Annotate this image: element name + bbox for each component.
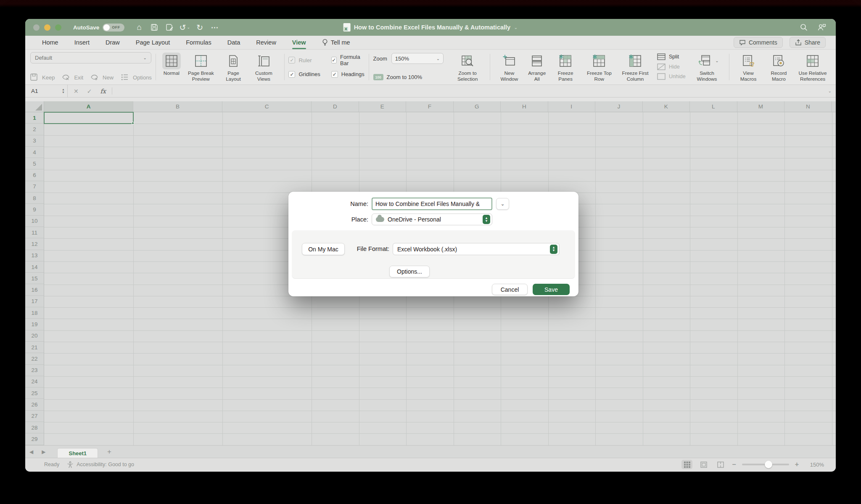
row-header-5[interactable]: 5 bbox=[25, 158, 44, 169]
column-header-m[interactable]: M bbox=[737, 101, 785, 112]
ribbon-button-record-macro[interactable]: Record Macro bbox=[763, 52, 795, 84]
row-header-24[interactable]: 24 bbox=[25, 376, 44, 388]
row-header-10[interactable]: 10 bbox=[25, 216, 44, 227]
zoom-level-select[interactable]: 150%⌄ bbox=[391, 53, 444, 64]
ribbon-button-use-relative-references[interactable]: Use Relative References bbox=[795, 52, 831, 84]
status-zoom-level[interactable]: 150% bbox=[805, 462, 824, 468]
column-headers[interactable]: ABCDEFGHIJKLMN bbox=[25, 101, 836, 112]
expand-formula-bar-icon[interactable]: ⌄ bbox=[828, 89, 836, 93]
row-header-12[interactable]: 12 bbox=[25, 238, 44, 250]
add-sheet-icon[interactable]: + bbox=[107, 448, 111, 456]
checkbox-headings[interactable]: ✓Headings bbox=[331, 68, 364, 80]
expand-save-dialog-button[interactable]: ⌄ bbox=[496, 198, 509, 210]
close-button[interactable] bbox=[33, 24, 40, 31]
zoom-slider-knob[interactable] bbox=[765, 461, 772, 468]
column-header-j[interactable]: J bbox=[595, 101, 643, 112]
insert-function-icon[interactable]: fx bbox=[100, 88, 106, 95]
row-header-29[interactable]: 29 bbox=[25, 433, 44, 445]
column-header-g[interactable]: G bbox=[454, 101, 501, 112]
ribbon-button-unhide[interactable]: Unhide bbox=[657, 73, 686, 80]
row-header-11[interactable]: 11 bbox=[25, 227, 44, 238]
row-header-26[interactable]: 26 bbox=[25, 399, 44, 410]
zoom-button[interactable] bbox=[55, 24, 61, 31]
people-feedback-icon[interactable] bbox=[817, 23, 827, 32]
sheet-tab-sheet1[interactable]: Sheet1 bbox=[57, 448, 98, 458]
save-as-icon[interactable] bbox=[165, 23, 174, 32]
ribbon-button-new-window[interactable]: New Window bbox=[494, 52, 524, 84]
sheet-view-select[interactable]: Default⌄ bbox=[30, 52, 151, 63]
file-format-dropdown[interactable]: Excel Workbook (.xlsx) ▲▼ bbox=[393, 243, 560, 255]
zoom-to-100-button[interactable]: 100Zoom to 100% bbox=[373, 74, 444, 80]
column-header-k[interactable]: K bbox=[643, 101, 690, 112]
row-header-15[interactable]: 15 bbox=[25, 273, 44, 284]
column-header-h[interactable]: H bbox=[501, 101, 548, 112]
row-header-19[interactable]: 19 bbox=[25, 319, 44, 330]
row-header-6[interactable]: 6 bbox=[25, 169, 44, 181]
ribbon-button-switch-windows[interactable]: ⌄Switch Windows bbox=[689, 52, 725, 84]
confirm-entry-icon[interactable]: ✓ bbox=[87, 88, 92, 95]
row-header-1[interactable]: 1 bbox=[25, 112, 44, 124]
row-header-27[interactable]: 27 bbox=[25, 411, 44, 422]
new-button[interactable]: New bbox=[91, 74, 114, 81]
next-sheet-icon[interactable]: ▶ bbox=[37, 449, 50, 455]
row-header-22[interactable]: 22 bbox=[25, 353, 44, 364]
row-header-3[interactable]: 3 bbox=[25, 135, 44, 147]
row-headers[interactable]: 1234567891011121314151617181920212223242… bbox=[25, 112, 44, 445]
ribbon-button-page-break-preview[interactable]: Page Break Preview bbox=[183, 52, 219, 84]
cancel-button[interactable]: Cancel bbox=[492, 284, 528, 295]
exit-button[interactable]: Exit bbox=[62, 74, 83, 81]
minimize-button[interactable] bbox=[44, 24, 50, 31]
page-break-view-icon[interactable] bbox=[715, 460, 726, 469]
redo-icon[interactable]: ↻ bbox=[195, 23, 204, 32]
ribbon-button-normal[interactable]: Normal bbox=[160, 52, 183, 84]
row-header-20[interactable]: 20 bbox=[25, 330, 44, 342]
tab-home[interactable]: Home bbox=[42, 39, 58, 46]
selected-cell-a1[interactable] bbox=[44, 112, 134, 124]
comments-button[interactable]: Comments bbox=[734, 37, 783, 48]
ribbon-button-arrange-all[interactable]: Arrange All bbox=[524, 52, 550, 84]
name-box[interactable]: A1 ▲▼ bbox=[25, 85, 67, 97]
zoom-out-icon[interactable]: − bbox=[732, 461, 736, 468]
home-icon[interactable]: ⌂ bbox=[135, 23, 144, 32]
row-header-4[interactable]: 4 bbox=[25, 147, 44, 158]
filename-input[interactable] bbox=[372, 198, 492, 210]
row-header-23[interactable]: 23 bbox=[25, 365, 44, 376]
more-commands-icon[interactable]: ⋯ bbox=[210, 23, 219, 32]
column-header-b[interactable]: B bbox=[133, 101, 222, 112]
row-header-25[interactable]: 25 bbox=[25, 388, 44, 399]
column-header-a[interactable]: A bbox=[44, 101, 133, 112]
ribbon-button-freeze-top-row[interactable]: Freeze Top Row bbox=[581, 52, 618, 84]
ribbon-button-view-macros[interactable]: View Macros bbox=[734, 52, 763, 84]
undo-icon[interactable]: ↺⌄ bbox=[180, 23, 189, 32]
zoom-in-icon[interactable]: + bbox=[795, 461, 799, 468]
options-button[interactable]: Options bbox=[121, 74, 152, 81]
options-button[interactable]: Options... bbox=[389, 266, 430, 277]
row-header-14[interactable]: 14 bbox=[25, 261, 44, 273]
row-header-7[interactable]: 7 bbox=[25, 181, 44, 193]
column-header-n[interactable]: N bbox=[784, 101, 832, 112]
search-icon[interactable] bbox=[800, 23, 808, 32]
window-title[interactable]: How to Combine Excel Files Manually & Au… bbox=[343, 23, 518, 32]
page-layout-view-icon[interactable] bbox=[698, 460, 709, 469]
ribbon-button-hide[interactable]: Hide bbox=[657, 63, 686, 71]
row-header-9[interactable]: 9 bbox=[25, 204, 44, 215]
ribbon-button-split[interactable]: Split bbox=[657, 53, 686, 61]
row-header-21[interactable]: 21 bbox=[25, 342, 44, 353]
row-header-8[interactable]: 8 bbox=[25, 193, 44, 204]
tab-page-layout[interactable]: Page Layout bbox=[136, 39, 170, 46]
tab-insert[interactable]: Insert bbox=[74, 39, 90, 46]
tab-formulas[interactable]: Formulas bbox=[186, 39, 211, 46]
on-my-mac-button[interactable]: On My Mac bbox=[302, 243, 345, 255]
cancel-entry-icon[interactable]: ✕ bbox=[74, 88, 79, 95]
place-dropdown[interactable]: OneDrive - Personal ▲▼ bbox=[372, 214, 492, 225]
row-header-28[interactable]: 28 bbox=[25, 422, 44, 433]
checkbox-ruler[interactable]: ✓Ruler bbox=[288, 54, 320, 66]
column-header-e[interactable]: E bbox=[359, 101, 407, 112]
column-header-f[interactable]: F bbox=[406, 101, 454, 112]
save-button[interactable]: Save bbox=[533, 284, 570, 295]
checkbox-formula-bar[interactable]: ✓Formula Bar bbox=[331, 54, 364, 66]
column-header-c[interactable]: C bbox=[222, 101, 312, 112]
keep-button[interactable]: Keep bbox=[30, 74, 55, 81]
prev-sheet-icon[interactable]: ◀ bbox=[25, 449, 37, 455]
row-header-18[interactable]: 18 bbox=[25, 307, 44, 319]
